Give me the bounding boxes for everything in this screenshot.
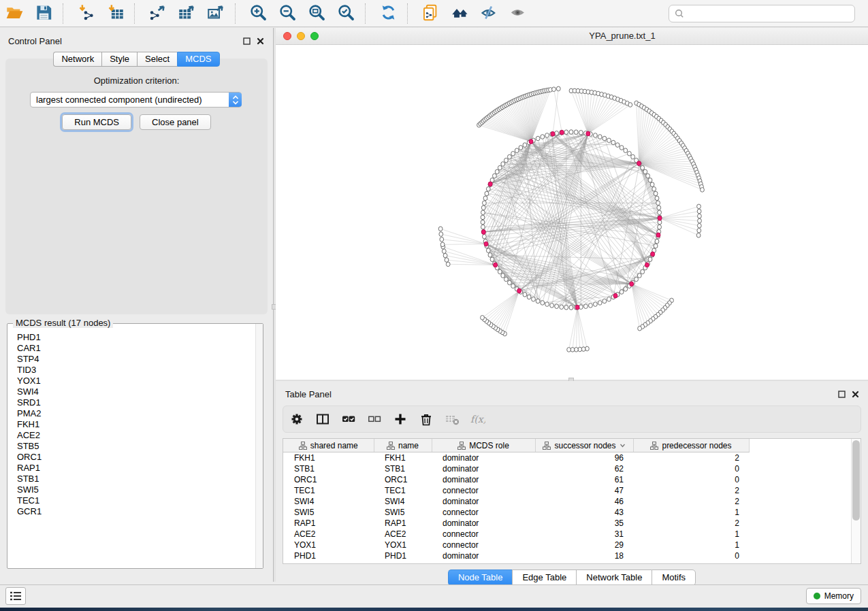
run-mcds-button[interactable]: Run MCDS <box>62 114 131 130</box>
folder-open-button[interactable] <box>0 2 29 25</box>
column-header-name[interactable]: name <box>374 439 432 452</box>
toolbar-icon-groups <box>0 0 533 27</box>
result-node[interactable]: GCR1 <box>17 506 254 517</box>
mcds-result-scrollbar[interactable] <box>255 324 263 568</box>
minimize-window-button[interactable] <box>297 32 305 40</box>
tab-edge-table[interactable]: Edge Table <box>512 569 576 586</box>
tab-mcds[interactable]: MCDS <box>177 52 219 67</box>
cell-name: TEC1 <box>374 485 432 496</box>
result-node[interactable]: SRD1 <box>17 397 254 408</box>
tab-node-table[interactable]: Node Table <box>448 569 513 586</box>
table-scrollbar[interactable] <box>851 439 861 563</box>
result-node[interactable]: STP4 <box>17 354 254 365</box>
result-node[interactable]: SWI5 <box>17 484 254 495</box>
result-node[interactable]: FKH1 <box>17 419 254 430</box>
float-panel-icon[interactable] <box>242 37 251 46</box>
tab-network-table[interactable]: Network Table <box>576 569 652 586</box>
result-node[interactable]: STB1 <box>17 474 254 484</box>
zoom-out-button[interactable] <box>273 2 302 25</box>
result-node[interactable]: CAR1 <box>17 343 254 354</box>
result-node[interactable]: SWI4 <box>17 386 254 397</box>
columns-icon[interactable] <box>315 412 330 427</box>
import-network-icon <box>77 3 95 24</box>
result-node[interactable]: ACE2 <box>17 430 254 441</box>
close-window-button[interactable] <box>283 32 291 40</box>
tab-network[interactable]: Network <box>53 52 101 67</box>
result-node[interactable]: TEC1 <box>17 495 254 506</box>
houses-button[interactable] <box>445 2 475 25</box>
memory-button[interactable]: Memory <box>806 588 861 604</box>
criterion-select[interactable]: largest connected component (undirected) <box>30 92 242 108</box>
tab-motifs[interactable]: Motifs <box>652 569 696 586</box>
column-header-predecessor-nodes[interactable]: predecessor nodes <box>633 439 749 452</box>
table-row[interactable]: STB1STB1dominator620 <box>283 463 749 474</box>
column-header-MCDS-role[interactable]: MCDS role <box>432 439 535 452</box>
zoom-in-icon <box>249 3 268 24</box>
search-box[interactable] <box>669 5 855 22</box>
cell-shared-name: TEC1 <box>283 485 374 496</box>
checked-boxes-icon[interactable] <box>341 412 356 427</box>
zoom-check-button[interactable] <box>332 2 361 25</box>
gear-icon[interactable] <box>289 412 304 427</box>
result-node[interactable]: PHD1 <box>17 332 254 343</box>
float-table-panel-icon[interactable] <box>837 390 846 399</box>
search-input[interactable] <box>685 8 850 19</box>
cell-MCDS-role: connector <box>432 529 535 540</box>
import-table-button[interactable] <box>101 2 130 25</box>
zoom-fit-button[interactable] <box>302 2 332 25</box>
cell-predecessor-nodes: 1 <box>633 540 749 550</box>
result-node[interactable]: TID3 <box>17 365 254 376</box>
table-row[interactable]: ORC1ORC1dominator610 <box>283 474 749 485</box>
import-network-button[interactable] <box>71 2 101 25</box>
toolbar-separator <box>365 3 374 24</box>
result-node[interactable]: YOX1 <box>17 376 254 386</box>
import-table-icon <box>106 3 125 24</box>
refresh-icon <box>379 3 398 24</box>
cell-shared-name: STB1 <box>283 463 374 474</box>
eye-button[interactable] <box>504 2 533 25</box>
toolbar-separator <box>134 3 143 24</box>
column-header-shared-name[interactable]: shared name <box>283 439 374 452</box>
table-row[interactable]: FKH1FKH1dominator962 <box>283 452 749 464</box>
cell-predecessor-nodes: 0 <box>633 463 749 474</box>
close-mcds-panel-button[interactable]: Close panel <box>140 114 211 130</box>
tab-style[interactable]: Style <box>101 52 137 67</box>
result-node[interactable]: ORC1 <box>17 452 254 463</box>
network-canvas[interactable] <box>276 45 868 380</box>
table-row[interactable]: TEC1TEC1connector472 <box>283 485 749 496</box>
main-toolbar <box>0 0 868 27</box>
export-table-button[interactable] <box>172 2 202 25</box>
table-row[interactable]: SWI4SWI4dominator462 <box>283 496 749 507</box>
table-panel: Table Panel f(x) shared namenameMCDS rol… <box>276 381 868 582</box>
close-table-panel-icon[interactable] <box>851 390 860 399</box>
result-node[interactable]: STB5 <box>17 441 254 452</box>
result-node[interactable]: PMA2 <box>17 408 254 419</box>
cell-MCDS-role: connector <box>432 507 535 518</box>
result-node[interactable]: RAP1 <box>17 463 254 474</box>
unchecked-boxes-icon[interactable] <box>367 412 382 427</box>
task-history-button[interactable] <box>5 587 26 605</box>
table-row[interactable]: YOX1YOX1connector291 <box>283 540 749 550</box>
cell-predecessor-nodes: 1 <box>633 507 749 518</box>
zoom-in-button[interactable] <box>244 2 273 25</box>
table-row[interactable]: SWI5SWI5connector431 <box>283 507 749 518</box>
document-network-button[interactable] <box>416 2 445 25</box>
close-panel-icon[interactable] <box>256 37 265 46</box>
export-image-button[interactable] <box>202 2 231 25</box>
column-header-successor-nodes[interactable]: successor nodes <box>535 439 633 452</box>
table-row[interactable]: PHD1PHD1dominator180 <box>283 550 749 561</box>
table-row[interactable]: ACE2ACE2connector311 <box>283 529 749 540</box>
floppy-save-icon <box>35 3 53 24</box>
floppy-save-button[interactable] <box>29 2 59 25</box>
tab-select[interactable]: Select <box>137 52 177 67</box>
table-scrollbar-thumb[interactable] <box>852 440 860 521</box>
cell-successor-nodes: 29 <box>535 540 633 550</box>
trash-icon[interactable] <box>419 412 434 427</box>
eye-slash-button[interactable] <box>475 2 504 25</box>
table-row[interactable]: RAP1RAP1dominator352 <box>283 518 749 529</box>
maximize-window-button[interactable] <box>310 32 319 40</box>
cell-MCDS-role: dominator <box>432 474 535 485</box>
refresh-button[interactable] <box>374 2 403 25</box>
export-network-button[interactable] <box>143 2 172 25</box>
plus-icon[interactable] <box>393 412 408 427</box>
